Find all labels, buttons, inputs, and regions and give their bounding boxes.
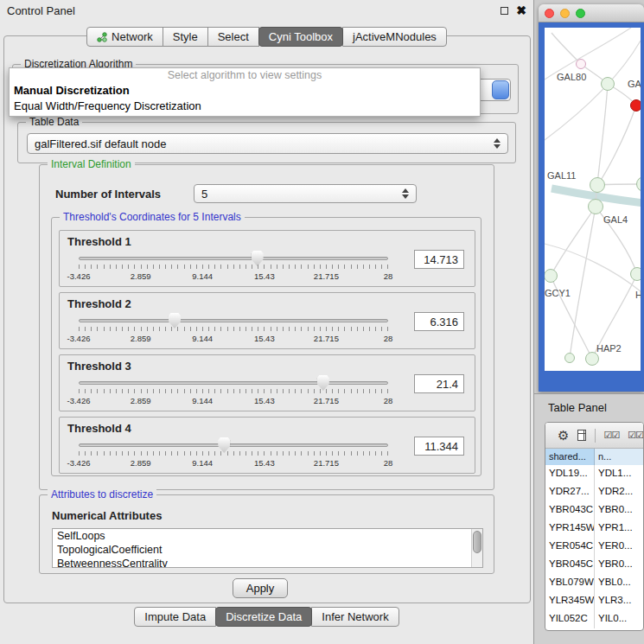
zoom-traffic-light-icon[interactable] — [576, 9, 585, 18]
tab-label: Style — [173, 30, 198, 43]
network-window-titlebar — [539, 4, 644, 22]
tab-label: Cyni Toolbox — [269, 30, 333, 43]
network-canvas[interactable]: GAL80GAGAL11GAL4GCY1HHAP2 — [545, 28, 641, 371]
table-row[interactable]: YPR145WYPR1... — [545, 520, 643, 538]
threshold-value-field[interactable]: 6.316 — [414, 312, 464, 331]
list-item[interactable]: BetweennessCentrality — [53, 557, 482, 568]
table-row[interactable]: YBR045CYBR0... — [545, 556, 643, 574]
table-row[interactable]: YBL079WYBL0... — [545, 574, 643, 592]
table-cell[interactable]: YDR2... — [595, 483, 643, 501]
table-cell[interactable]: YBR0... — [595, 501, 643, 520]
algorithm-dropdown-popup: Select algorithm to view settings Manual… — [9, 67, 481, 117]
table-cell[interactable]: YPR145W — [545, 520, 595, 538]
table-cell[interactable]: YDL1... — [595, 465, 643, 483]
slider-track[interactable] — [79, 381, 388, 385]
network-node[interactable] — [588, 199, 603, 214]
attributes-to-discretize-group: Attributes to discretize Numerical Attri… — [39, 494, 494, 574]
list-scrollbar[interactable] — [471, 529, 482, 567]
slider-track[interactable] — [79, 257, 388, 260]
table-cell[interactable]: YLR345W — [545, 592, 595, 610]
slider-scale: -3.4262.8599.14415.4321.71528 — [79, 458, 388, 469]
tab-style[interactable]: Style — [163, 27, 208, 47]
list-item[interactable]: TopologicalCoefficient — [53, 543, 482, 557]
minimize-traffic-light-icon[interactable] — [560, 9, 570, 18]
group-title: Attributes to discretize — [48, 488, 156, 501]
threshold-slider[interactable]: -3.4262.8599.14415.4321.71528 — [79, 253, 388, 284]
threshold-label: Threshold 1 — [67, 235, 131, 248]
threshold-panel-1: Threshold 1 -3.4262.8599.14415.4321.7152… — [59, 230, 475, 287]
tab-label: jActiveMNodules — [353, 30, 437, 43]
select-none-checkboxes-icon[interactable]: ☑☑ — [628, 430, 643, 441]
column-header-name[interactable]: n... — [595, 449, 643, 465]
table-cell[interactable]: YBL079W — [545, 574, 595, 592]
table-row[interactable]: YDR27...YDR2... — [545, 483, 643, 501]
table-row[interactable]: YER054CYER0... — [545, 538, 643, 556]
network-node[interactable] — [630, 267, 641, 281]
table-data-combobox[interactable]: galFiltered.sif default node — [27, 133, 508, 154]
network-node-label: GA — [628, 79, 641, 89]
table-cell[interactable]: YPR1... — [595, 520, 643, 538]
network-node[interactable] — [564, 353, 575, 363]
table-cell[interactable]: YBL0... — [595, 574, 643, 592]
threshold-value-field[interactable]: 11.344 — [414, 437, 464, 456]
apply-button[interactable]: Apply — [233, 578, 288, 598]
table-cell[interactable]: YDL19... — [545, 465, 595, 483]
table-cell[interactable]: YER054C — [545, 538, 595, 556]
threshold-slider[interactable]: -3.4262.8599.14415.4321.71528 — [79, 378, 388, 409]
table-row[interactable]: YIL052CYIL0... — [545, 610, 643, 628]
tab-discretize-data[interactable]: Discretize Data — [215, 607, 312, 627]
tab-infer-network[interactable]: Infer Network — [311, 607, 399, 627]
threshold-slider[interactable]: -3.4262.8599.14415.4321.71528 — [79, 440, 388, 471]
dropdown-option-manual[interactable]: Manual Discretization — [10, 83, 480, 99]
table-cell[interactable]: YER0... — [595, 538, 643, 556]
control-panel-titlebar: Control Panel ✖ — [0, 0, 533, 21]
table-cell[interactable]: YBR045C — [545, 556, 595, 574]
table-header-row: shared... n... — [545, 449, 643, 465]
group-title: Table Data — [26, 116, 82, 128]
close-traffic-light-icon[interactable] — [545, 9, 554, 18]
tab-network[interactable]: Network — [86, 27, 163, 47]
column-header-shared[interactable]: shared... — [545, 449, 595, 465]
table-cell[interactable]: YIL0... — [595, 610, 643, 628]
scale-label: 28 — [384, 334, 393, 343]
tab-impute-data[interactable]: Impute Data — [134, 607, 216, 627]
threshold-slider[interactable]: -3.4262.8599.14415.4321.71528 — [79, 316, 388, 347]
combobox-value: 5 — [201, 188, 207, 201]
table-cell[interactable]: YLR3... — [595, 592, 643, 610]
scale-label: -3.426 — [67, 458, 91, 468]
scrollbar-thumb[interactable] — [473, 531, 481, 553]
threshold-value-field[interactable]: 14.713 — [414, 250, 464, 269]
network-node[interactable] — [601, 77, 615, 91]
network-node[interactable] — [630, 99, 641, 112]
list-item[interactable]: SelfLoops — [53, 529, 482, 543]
dropdown-option-equal-width[interactable]: Equal Width/Frequency Discretization — [10, 99, 480, 114]
columns-icon[interactable] — [577, 430, 586, 441]
table-row[interactable]: YBR043CYBR0... — [545, 501, 643, 520]
tab-cyni-toolbox[interactable]: Cyni Toolbox — [258, 27, 343, 47]
table-cell[interactable]: YIL052C — [545, 610, 595, 628]
number-of-intervals-combobox[interactable]: 5 — [194, 184, 417, 203]
table-row[interactable]: YDL19...YDL1... — [545, 465, 643, 483]
slider-track[interactable] — [79, 443, 388, 447]
network-node[interactable] — [585, 352, 599, 366]
table-panel-title: Table Panel — [548, 401, 607, 414]
tab-jactivemnodules[interactable]: jActiveMNodules — [342, 27, 447, 47]
combo-dropdown-button[interactable] — [492, 80, 509, 99]
slider-scale: -3.4262.8599.14415.4321.71528 — [79, 334, 388, 344]
table-row[interactable]: YLR345WYLR3... — [545, 592, 643, 610]
number-of-intervals-label: Number of Intervals — [55, 188, 161, 201]
table-cell[interactable]: YDR27... — [545, 483, 595, 501]
gear-icon[interactable]: ⚙ — [558, 429, 569, 442]
table-cell[interactable]: YBR043C — [545, 501, 595, 520]
slider-track[interactable] — [79, 319, 388, 322]
control-panel-window: Control Panel ✖ Network Style Select Cyn… — [0, 0, 534, 644]
network-node[interactable] — [590, 177, 605, 193]
threshold-value-field[interactable]: 21.4 — [414, 374, 464, 393]
select-all-checkboxes-icon[interactable]: ☑☑ — [604, 430, 620, 441]
tab-label: Network — [112, 30, 153, 43]
table-cell[interactable]: YBR0... — [595, 556, 643, 574]
float-window-icon[interactable] — [501, 7, 508, 15]
network-node[interactable] — [576, 59, 586, 69]
tab-select[interactable]: Select — [207, 27, 259, 47]
close-icon[interactable]: ✖ — [516, 4, 526, 16]
